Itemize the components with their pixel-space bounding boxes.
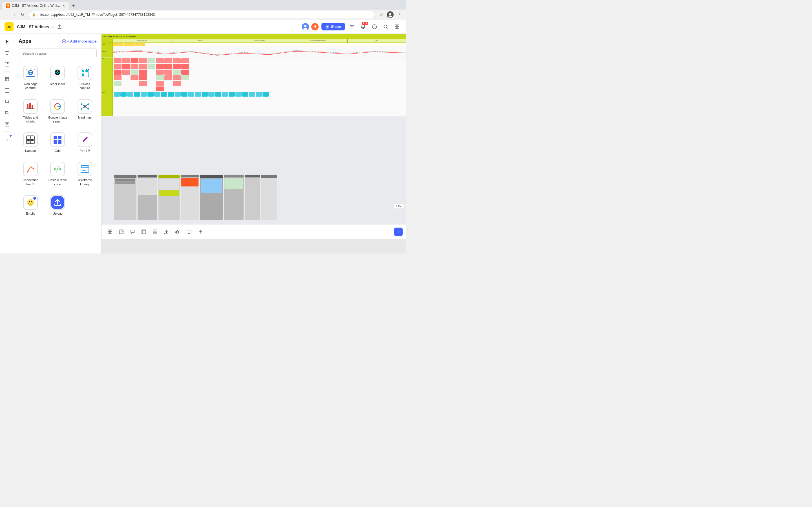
tab-close-button[interactable]: ✕ bbox=[62, 4, 66, 8]
star-icon[interactable]: ☆ bbox=[51, 24, 55, 29]
emotion-row: ЭМОЦИИ bbox=[101, 46, 406, 57]
teal-sticky bbox=[262, 92, 269, 97]
filter-button[interactable] bbox=[347, 22, 356, 31]
active-tab[interactable]: M CJM - S7 Airlines, Online Whit... ✕ bbox=[2, 2, 69, 10]
bottom-tool-comment[interactable] bbox=[128, 227, 138, 237]
pink-sticky bbox=[131, 75, 139, 80]
bottom-tool-table[interactable] bbox=[150, 227, 160, 237]
board-canvas[interactable]: CUSTOMER JOURNEY MAP: S7 AIRLINES ПОИСК … bbox=[101, 34, 406, 253]
app-icon-kanban bbox=[23, 132, 38, 147]
left-sidebar bbox=[0, 34, 14, 253]
svg-rect-18 bbox=[397, 27, 399, 29]
bookmark-button[interactable]: ☆ bbox=[378, 11, 385, 18]
teal-sticky bbox=[208, 92, 214, 97]
zoom-level: 11% bbox=[394, 204, 404, 209]
sticky-3 bbox=[124, 43, 129, 46]
screenshot-2 bbox=[138, 175, 157, 220]
app-item-kanban[interactable]: Kanban bbox=[18, 129, 42, 156]
export-icon[interactable] bbox=[57, 24, 62, 29]
app-item-connection[interactable]: Connection line / L bbox=[18, 159, 42, 189]
app-item-stickies[interactable]: Stickies capture bbox=[73, 63, 97, 93]
svg-rect-41 bbox=[82, 73, 84, 76]
sidebar-tool-shape[interactable] bbox=[2, 86, 12, 96]
search-button[interactable] bbox=[381, 22, 390, 31]
bottom-tool-screen[interactable] bbox=[184, 227, 194, 237]
app-label-emojis: Emojis bbox=[26, 212, 35, 216]
teal-sticky bbox=[215, 92, 221, 97]
sidebar-tool-text[interactable] bbox=[2, 48, 12, 58]
pink-sticky bbox=[164, 64, 172, 69]
sidebar-tool-cursor[interactable] bbox=[2, 37, 12, 47]
bottom-tool-sticky[interactable] bbox=[116, 227, 126, 237]
bottom-tool-grid[interactable] bbox=[105, 227, 115, 237]
sidebar-tool-list[interactable] bbox=[2, 119, 12, 129]
green-sticky bbox=[173, 69, 181, 75]
app-item-mindmap[interactable]: Mind map bbox=[73, 96, 97, 126]
app-label-upload: Upload bbox=[53, 212, 63, 216]
apps-grid: Web page capture IconFin bbox=[18, 63, 97, 218]
sidebar-divider-2 bbox=[3, 131, 11, 132]
svg-rect-61 bbox=[31, 139, 34, 141]
url-box[interactable]: 🔒 miro.com/app/board/o9J_ky1F_TM=/?moveT… bbox=[29, 11, 375, 18]
tab-favicon: M bbox=[6, 3, 10, 8]
browser-menu-button[interactable]: ⋮ bbox=[396, 11, 403, 18]
avatar-user1[interactable] bbox=[301, 22, 310, 31]
app-item-iconfinder[interactable]: IconFinder bbox=[46, 63, 69, 93]
svg-point-80 bbox=[29, 201, 30, 202]
sidebar-tool-frame[interactable] bbox=[2, 74, 12, 84]
avatar-user2[interactable]: H bbox=[311, 22, 319, 31]
sidebar-tool-crop[interactable] bbox=[2, 108, 12, 118]
teal-stickies bbox=[113, 91, 406, 98]
app-item-grid[interactable]: Grid bbox=[46, 129, 69, 156]
phase-row: ПОИСК БИЛЕТОВ ПОКУПКА ПУТЬ В АЭРОПОРТ НА… bbox=[101, 39, 406, 43]
app-label-grid: Grid bbox=[55, 149, 61, 153]
bottom-tool-export[interactable] bbox=[161, 227, 171, 237]
stickies-col-8 bbox=[173, 58, 181, 91]
svg-point-83 bbox=[216, 55, 218, 56]
sidebar-tool-sticky[interactable] bbox=[2, 59, 12, 69]
phase-4: НАХОЖДЕНИЕ В АЭРОПОРТЕ bbox=[289, 39, 348, 43]
pink-sticky bbox=[139, 58, 147, 63]
help-button[interactable]: ? bbox=[370, 22, 379, 31]
pink-sticky bbox=[173, 58, 181, 63]
app-item-pen[interactable]: Pen / P bbox=[73, 129, 97, 156]
app-item-wireframe[interactable]: Wireframe Library bbox=[73, 159, 97, 189]
app-item-webpage[interactable]: Web page capture bbox=[18, 63, 42, 93]
bottom-tool-lightning[interactable] bbox=[195, 227, 205, 237]
back-button[interactable]: ‹ bbox=[3, 11, 10, 18]
teal-sticky bbox=[134, 92, 140, 97]
pain-label: БОЛИ bbox=[101, 57, 113, 91]
teal-sticky bbox=[168, 92, 174, 97]
forward-button[interactable]: › bbox=[11, 11, 18, 18]
svg-rect-89 bbox=[119, 230, 123, 234]
collapse-panel-button[interactable]: « bbox=[394, 228, 403, 236]
board-title: CJM - S7 Airlines bbox=[17, 24, 49, 29]
app-item-emojis[interactable]: Emojis bbox=[18, 192, 42, 218]
add-more-apps-button[interactable]: + Add more apps bbox=[62, 39, 97, 43]
search-input[interactable] bbox=[18, 48, 97, 58]
bottom-tool-frame[interactable] bbox=[139, 227, 149, 237]
app-item-google[interactable]: Google image search bbox=[46, 96, 69, 126]
sidebar-tool-comment[interactable] bbox=[2, 97, 12, 107]
panel-button[interactable] bbox=[393, 22, 402, 31]
browser-avatar[interactable] bbox=[387, 11, 394, 18]
app-item-upload[interactable]: Upload bbox=[46, 192, 69, 218]
emotion-label: ЭМОЦИИ bbox=[101, 46, 113, 57]
pink-sticky bbox=[114, 75, 121, 80]
app-icon-emojis bbox=[23, 195, 38, 210]
app-item-paste[interactable]: Paste iFrame code bbox=[46, 159, 69, 189]
miro-logo[interactable]: M bbox=[4, 22, 13, 31]
app-container: M CJM - S7 Airlines ☆ bbox=[0, 20, 406, 253]
board-header-bar: CUSTOMER JOURNEY MAP: S7 AIRLINES bbox=[101, 34, 406, 39]
svg-point-24 bbox=[6, 139, 7, 140]
notification-button[interactable]: 119 bbox=[359, 22, 368, 31]
app-item-tables[interactable]: Tables and charts bbox=[18, 96, 42, 126]
bottom-tool-thumbs[interactable] bbox=[172, 227, 183, 237]
table-row-1: КЛИЕНТ bbox=[101, 43, 406, 46]
teal-sticky bbox=[174, 92, 181, 97]
new-tab-button[interactable]: + bbox=[70, 2, 77, 9]
reload-button[interactable]: ↻ bbox=[19, 11, 26, 18]
sidebar-tool-more[interactable] bbox=[2, 134, 12, 144]
app-icon-google bbox=[50, 99, 65, 114]
share-button[interactable]: Share bbox=[321, 23, 345, 31]
